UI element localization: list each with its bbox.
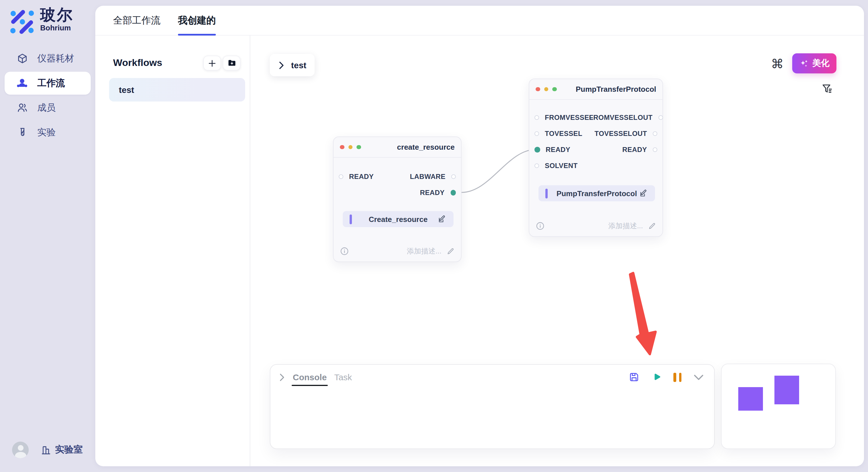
minimap-node: [738, 387, 763, 411]
output-port-tovesselout[interactable]: [653, 131, 657, 136]
console-panel: Console Task: [270, 364, 715, 449]
tab-created-by-me[interactable]: 我创建的: [178, 6, 216, 36]
command-icon: ⌘: [771, 57, 784, 72]
beautify-button[interactable]: 美化: [792, 53, 836, 73]
input-port-ready[interactable]: [534, 147, 540, 153]
pill-accent-bar: [350, 214, 352, 224]
run-icon[interactable]: [652, 372, 661, 382]
node-title: create_resource: [397, 143, 455, 151]
info-icon[interactable]: [340, 247, 349, 256]
info-icon[interactable]: [536, 222, 545, 231]
workflows-header: Workflows: [113, 56, 241, 71]
red-annotation-arrow: [630, 273, 656, 354]
brand-name-en: Bohrium: [40, 24, 73, 32]
node-title: PumpTransferProtocol: [576, 85, 656, 94]
sparkles-icon: [799, 59, 809, 68]
console-tab[interactable]: Console: [293, 372, 327, 382]
output-port-ready[interactable]: [653, 147, 657, 152]
sidebar: 玻尔 Bohrium 仪器耗材: [0, 0, 95, 472]
sidebar-item-instruments[interactable]: 仪器耗材: [5, 47, 91, 70]
description-placeholder[interactable]: 添加描述...: [608, 221, 643, 231]
app-root: 玻尔 Bohrium 仪器耗材: [0, 0, 868, 472]
package-icon: [16, 53, 28, 65]
beautify-label: 美化: [812, 58, 830, 69]
pause-icon[interactable]: [673, 372, 681, 382]
output-port-ready[interactable]: [451, 190, 456, 196]
sidebar-item-label: 实验: [37, 127, 56, 138]
bohrium-logo-icon: [7, 6, 36, 35]
sidebar-item-label: 工作流: [37, 77, 65, 89]
pencil-icon[interactable]: [446, 247, 455, 255]
pill-accent-bar: [546, 189, 547, 198]
node-function-pill[interactable]: Create_resource: [343, 211, 454, 227]
lab-label: 实验室: [55, 444, 83, 456]
workflow-tabs: 全部工作流 我创建的: [95, 6, 864, 36]
breadcrumb[interactable]: test: [270, 54, 315, 76]
output-port-fromvesselout[interactable]: [658, 115, 663, 120]
input-port-fromvessel[interactable]: [534, 115, 539, 120]
sidebar-item-label: 仪器耗材: [37, 53, 74, 65]
input-port-tovessel[interactable]: [534, 131, 539, 136]
workflows-title: Workflows: [113, 57, 162, 69]
building-icon: [41, 445, 51, 455]
flow-canvas[interactable]: test ⌘ 美化 create_resource: [250, 36, 864, 466]
port-row: READY LABWARE: [334, 169, 461, 185]
input-port-solvent[interactable]: [534, 164, 539, 168]
brand-name-cn: 玻尔: [40, 6, 73, 24]
sidebar-item-workflow[interactable]: 工作流: [5, 72, 91, 95]
tab-all-workflows[interactable]: 全部工作流: [113, 6, 160, 36]
workflow-list-item-test[interactable]: test: [109, 78, 245, 102]
workflow-icon: [16, 77, 28, 89]
chevron-right-icon: [278, 61, 285, 69]
traffic-green-dot: [356, 145, 361, 149]
experiment-icon: [16, 127, 28, 138]
minimap[interactable]: [721, 364, 836, 449]
workflows-panel: Workflows test: [95, 36, 250, 466]
pencil-icon[interactable]: [648, 222, 656, 230]
sidebar-item-label: 成员: [37, 102, 56, 114]
sidebar-item-experiment[interactable]: 实验: [5, 121, 91, 144]
save-icon[interactable]: [629, 372, 640, 382]
traffic-yellow-dot: [348, 145, 352, 149]
traffic-red-dot: [340, 145, 344, 149]
sidebar-item-members[interactable]: 成员: [5, 96, 91, 119]
collapse-icon[interactable]: [693, 374, 704, 380]
input-port-ready[interactable]: [339, 174, 343, 179]
plus-icon: [208, 59, 216, 67]
command-palette-button[interactable]: ⌘: [770, 57, 785, 72]
members-icon: [16, 102, 28, 114]
edit-icon[interactable]: [437, 215, 446, 224]
node-function-pill[interactable]: PumpTransferProtocol: [538, 185, 655, 201]
avatar[interactable]: [12, 442, 29, 458]
description-placeholder[interactable]: 添加描述...: [407, 246, 441, 256]
main-panel: 全部工作流 我创建的 Workflows: [95, 6, 864, 466]
minimap-node: [774, 376, 799, 404]
port-row: SOLVENT: [529, 158, 662, 174]
traffic-lights: [340, 145, 361, 149]
node-pump-transfer-protocol[interactable]: PumpTransferProtocol FROMVESSEL FROMVESS…: [529, 78, 663, 237]
edit-icon[interactable]: [639, 189, 648, 198]
sidebar-footer: 实验室: [12, 442, 83, 458]
port-row: FROMVESSEL FROMVESSELOUT: [529, 109, 662, 126]
import-workflow-button[interactable]: [223, 56, 241, 71]
filter-icon[interactable]: [821, 82, 834, 95]
expand-chevron-icon[interactable]: [278, 373, 285, 381]
output-port-labware[interactable]: [451, 174, 456, 179]
port-row: TOVESSEL TOVESSELOUT: [529, 126, 662, 142]
task-tab[interactable]: Task: [334, 372, 352, 382]
sidebar-nav: 仪器耗材 工作流: [0, 47, 95, 146]
breadcrumb-label: test: [291, 60, 306, 70]
add-workflow-button[interactable]: [203, 56, 221, 71]
traffic-green-dot: [552, 87, 557, 92]
port-row: READY READY: [529, 142, 662, 158]
node-create-resource[interactable]: create_resource READY LABWARE READY Crea…: [333, 136, 462, 262]
brand-logo[interactable]: 玻尔 Bohrium: [7, 6, 73, 35]
traffic-yellow-dot: [544, 87, 548, 92]
traffic-lights: [536, 87, 557, 92]
port-row: READY: [334, 185, 461, 201]
traffic-red-dot: [536, 87, 540, 92]
lab-switcher[interactable]: 实验室: [41, 444, 83, 456]
folder-download-icon: [227, 59, 236, 68]
